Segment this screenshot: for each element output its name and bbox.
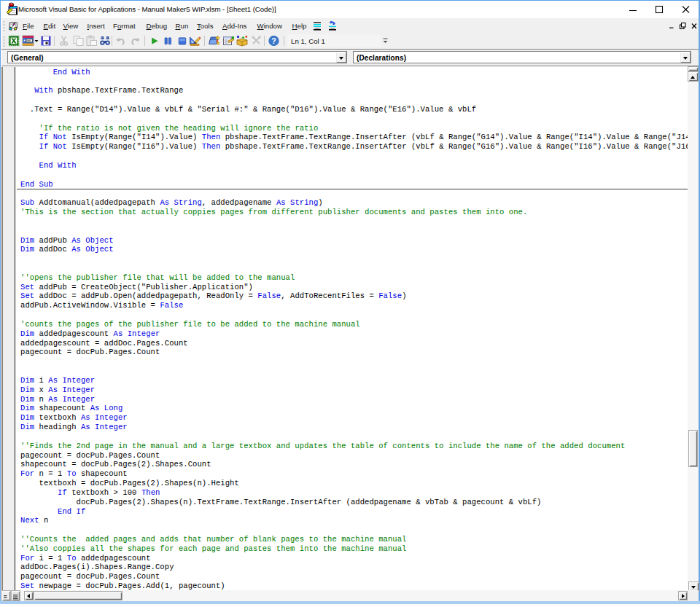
svg-text:?: ? [271,36,276,45]
